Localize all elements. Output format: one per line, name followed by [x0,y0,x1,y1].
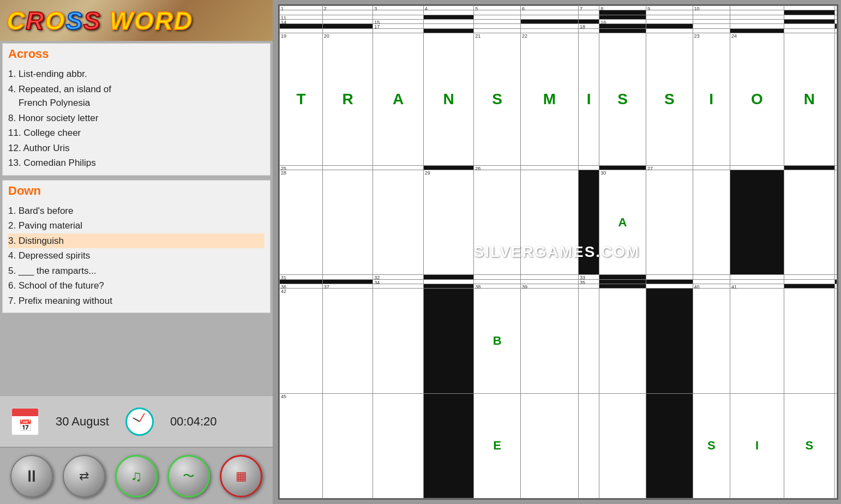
grid-cell-6-11[interactable]: N [784,33,834,165]
grid-cell-6-12[interactable] [834,33,837,165]
grid-cell-8-11[interactable] [784,170,834,274]
grid-cell-10-5[interactable] [520,279,578,284]
grid-cell-7-4[interactable]: 26 [474,165,521,170]
grid-cell-5-9[interactable] [693,28,730,33]
grid-cell-3-6[interactable] [578,20,599,24]
grid-cell-3-3[interactable] [423,20,473,24]
grid-cell-12-4[interactable]: B [474,289,521,393]
grid-cell-3-2[interactable]: 15 [373,20,423,24]
grid-cell-12-0[interactable]: 42 [280,289,323,393]
grid-cell-2-0[interactable]: 11 [280,15,323,19]
grid-cell-1-11[interactable] [784,10,834,15]
across-clue-8[interactable]: 8. Honor society letter [8,111,265,126]
grid-cell-1-1[interactable] [322,10,373,15]
monitor-button[interactable]: ▦ [220,455,262,497]
grid-cell-9-6[interactable]: 33 [578,275,599,279]
grid-cell-8-5[interactable] [520,170,578,274]
grid-cell-3-1[interactable] [322,20,373,24]
grid-cell-0-4[interactable]: 5 [474,6,521,10]
grid-cell-6-8[interactable]: S [646,33,693,165]
grid-cell-6-2[interactable]: A [373,33,423,165]
grid-cell-4-5[interactable] [520,24,578,28]
grid-cell-11-2[interactable] [373,284,423,289]
grid-cell-11-1[interactable]: 37 [322,284,373,289]
grid-cell-0-0[interactable]: 1 [280,6,323,10]
grid-cell-4-0[interactable] [280,24,323,28]
grid-cell-2-2[interactable] [373,15,423,19]
grid-cell-4-11[interactable] [784,24,834,28]
grid-cell-5-10[interactable] [730,28,784,33]
grid-cell-6-4[interactable]: 21S [474,33,521,165]
grid-cell-4-1[interactable] [322,24,373,28]
grid-cell-5-2[interactable] [373,28,423,33]
grid-cell-13-10[interactable]: I [730,393,784,498]
grid-cell-9-9[interactable] [693,275,730,279]
grid-cell-0-10[interactable] [730,6,784,10]
grid-cell-7-2[interactable] [373,165,423,170]
grid-cell-10-12[interactable] [834,279,837,284]
grid-cell-0-1[interactable]: 2 [322,6,373,10]
grid-cell-1-4[interactable] [474,10,521,15]
grid-cell-8-10[interactable] [730,170,784,274]
grid-cell-7-11[interactable] [784,165,834,170]
grid-cell-11-8[interactable] [646,284,693,289]
grid-cell-0-9[interactable]: 10 [693,6,730,10]
grid-cell-13-0[interactable]: 45 [280,393,323,498]
grid-cell-1-3[interactable] [423,10,473,15]
grid-cell-1-2[interactable] [373,10,423,15]
grid-cell-6-0[interactable]: 19T [280,33,323,165]
grid-cell-2-6[interactable] [578,15,599,19]
grid-cell-2-3[interactable] [423,15,473,19]
grid-cell-3-4[interactable] [474,20,521,24]
grid-cell-10-8[interactable] [646,279,693,284]
grid-cell-1-6[interactable] [578,10,599,15]
grid-cell-10-1[interactable] [322,279,373,284]
down-clue-6[interactable]: 6. School of the future? [8,278,265,293]
grid-cell-8-7[interactable]: 30A [599,170,646,274]
grid-cell-2-12[interactable] [834,15,837,19]
grid-cell-1-7[interactable] [599,10,646,15]
grid-cell-3-7[interactable]: 16 [599,20,646,24]
grid-cell-0-6[interactable]: 7 [578,6,599,10]
grid-cell-5-3[interactable] [423,28,473,33]
grid-cell-9-2[interactable]: 32 [373,275,423,279]
grid-cell-2-8[interactable] [646,15,693,19]
grid-cell-11-0[interactable]: 36 [280,284,323,289]
across-clue-11[interactable]: 11. College cheer [8,125,265,141]
grid-cell-7-10[interactable] [730,165,784,170]
grid-cell-1-9[interactable] [693,10,730,15]
grid-cell-8-1[interactable] [322,170,373,274]
grid-cell-11-7[interactable] [599,284,646,289]
grid-cell-3-9[interactable] [693,20,730,24]
grid-cell-0-5[interactable]: 6 [520,6,578,10]
down-clue-5[interactable]: 5. ___ the ramparts... [8,263,265,279]
grid-cell-1-8[interactable] [646,10,693,15]
grid-cell-7-12[interactable] [834,165,837,170]
grid-cell-12-9[interactable] [693,289,730,393]
grid-cell-4-9[interactable] [693,24,730,28]
grid-cell-9-3[interactable] [423,275,473,279]
grid-cell-4-10[interactable] [730,24,784,28]
grid-cell-13-9[interactable]: S [693,393,730,498]
grid-cell-11-6[interactable] [578,284,599,289]
down-clue-list[interactable]: 1. Bard's before 2. Paving material 3. D… [3,201,270,313]
grid-cell-0-7[interactable]: 8 [599,6,646,10]
grid-cell-10-2[interactable]: 34 [373,279,423,284]
grid-cell-3-12[interactable] [834,20,837,24]
grid-cell-4-6[interactable]: 18 [578,24,599,28]
grid-cell-11-4[interactable]: 38 [474,284,521,289]
grid-cell-12-11[interactable] [784,289,834,393]
grid-cell-11-10[interactable]: 41 [730,284,784,289]
grid-cell-3-5[interactable] [520,20,578,24]
grid-cell-9-11[interactable] [784,275,834,279]
grid-cell-10-10[interactable] [730,279,784,284]
grid-cell-6-6[interactable]: I [578,33,599,165]
grid-cell-5-6[interactable] [578,28,599,33]
grid-cell-0-8[interactable]: 9 [646,6,693,10]
grid-cell-9-5[interactable] [520,275,578,279]
grid-cell-12-1[interactable] [322,289,373,393]
across-clue-12[interactable]: 12. Author Uris [8,141,265,156]
grid-cell-1-12[interactable] [834,10,837,15]
across-clue-list[interactable]: 1. List-ending abbr. 4. Repeated, an isl… [3,64,270,175]
grid-cell-11-5[interactable]: 39 [520,284,578,289]
